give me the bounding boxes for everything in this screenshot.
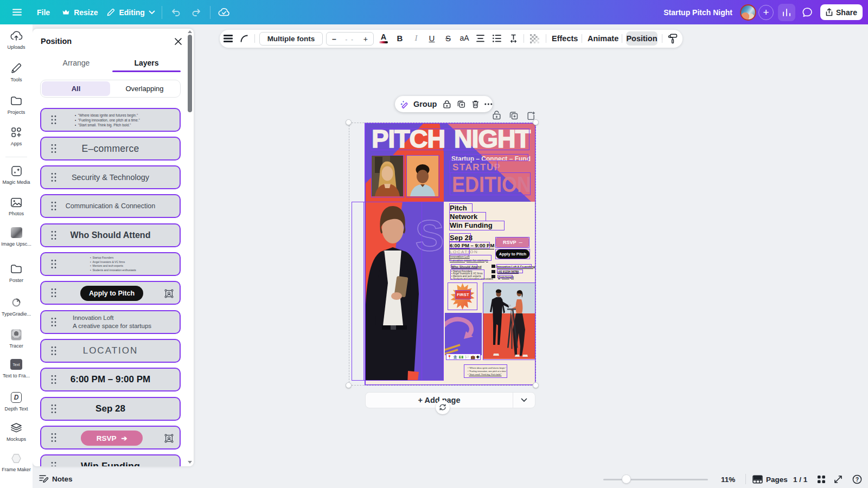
svg-text:?: ?: [856, 477, 859, 483]
